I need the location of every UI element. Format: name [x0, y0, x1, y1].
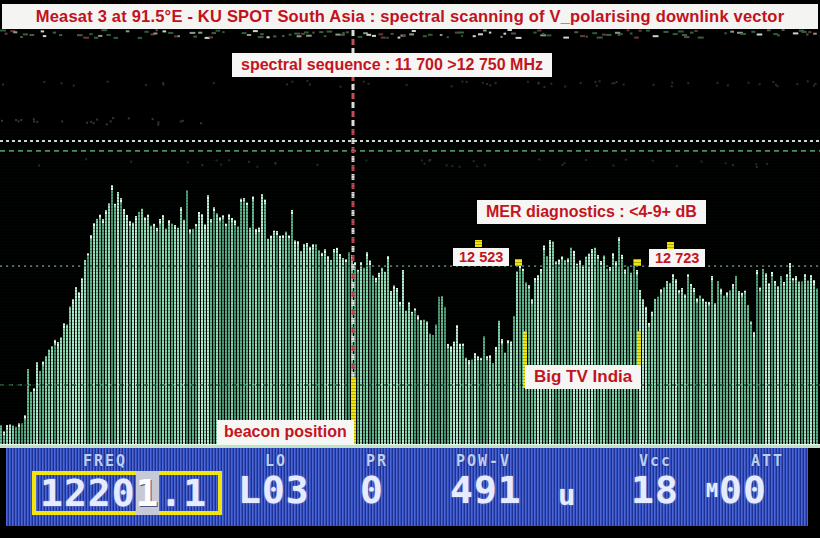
- marker-label-12723: 12 723: [649, 249, 705, 267]
- pr-value: 0: [360, 468, 384, 512]
- att-digits: 00: [719, 468, 767, 512]
- freq-value-head: 1220: [40, 471, 136, 515]
- freq-value-tail: .1: [159, 471, 207, 515]
- pow-v-unit: u: [558, 478, 575, 512]
- beacon-position-label: beacon position: [217, 420, 354, 444]
- freq-label: FREQ: [83, 452, 127, 470]
- spectrum-analyzer-screen: Measat 3 at 91.5°E - KU SPOT South Asia …: [0, 0, 820, 538]
- marker-label-12523: 12 523: [453, 248, 509, 266]
- att-prefix: M: [706, 478, 719, 502]
- mer-diagnostics-label: MER diagnostics : <4-9+ dB: [477, 200, 706, 224]
- title-bar: Measat 3 at 91.5°E - KU SPOT South Asia …: [2, 4, 818, 29]
- pow-v-value: 491: [450, 468, 522, 512]
- vcc-value: 18: [631, 468, 679, 512]
- frequency-input[interactable]: 12201.1: [32, 471, 222, 515]
- big-tv-india-label: Big TV India: [525, 365, 641, 389]
- spectral-sequence-label: spectral sequence : 11 700 >12 750 MHz: [232, 53, 552, 77]
- freq-cursor-digit: 1: [136, 471, 160, 515]
- att-value: M00: [706, 468, 767, 512]
- status-bar: FREQ LO PR POW-V Vcc ATT 12201.1 L03 0 4…: [6, 448, 808, 526]
- lo-value: L03: [238, 468, 310, 512]
